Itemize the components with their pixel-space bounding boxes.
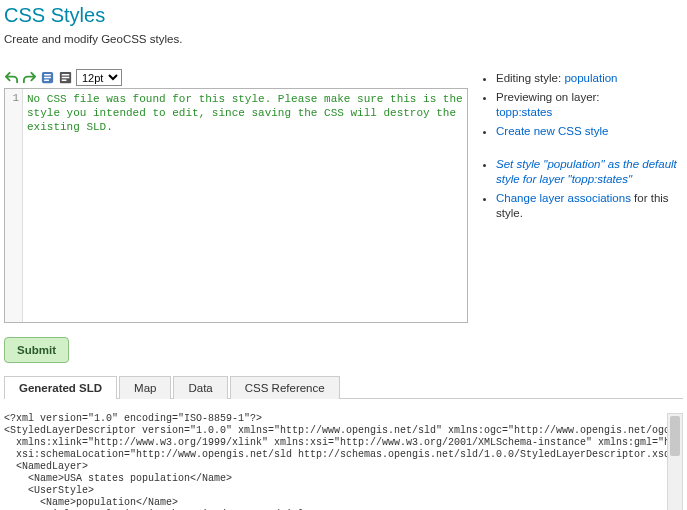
tab-css-reference[interactable]: CSS Reference bbox=[230, 376, 340, 399]
editing-style-label: Editing style: bbox=[496, 72, 564, 84]
set-default-style-link[interactable]: Set style "population" as the default st… bbox=[496, 158, 677, 185]
sld-scrollbar-thumb[interactable] bbox=[670, 416, 680, 456]
tab-generated-sld[interactable]: Generated SLD bbox=[4, 376, 117, 399]
sidebar-item-set-default: Set style "population" as the default st… bbox=[496, 157, 683, 187]
preview-label: Previewing on layer: bbox=[496, 91, 600, 103]
sidebar-item-preview: Previewing on layer: topp:states bbox=[496, 90, 683, 120]
tab-map[interactable]: Map bbox=[119, 376, 171, 399]
sld-scrollbar[interactable] bbox=[667, 413, 683, 510]
sidebar-item-change-assoc: Change layer associations for this style… bbox=[496, 191, 683, 221]
sidebar-item-editing: Editing style: population bbox=[496, 71, 683, 86]
reformat-icon[interactable] bbox=[58, 70, 73, 85]
preview-layer-link[interactable]: topp:states bbox=[496, 106, 552, 118]
change-layer-associations-link[interactable]: Change layer associations bbox=[496, 192, 631, 204]
generated-sld-output: <?xml version="1.0" encoding="ISO-8859-1… bbox=[4, 413, 683, 510]
tab-data[interactable]: Data bbox=[173, 376, 227, 399]
page-title: CSS Styles bbox=[4, 0, 683, 33]
editor-toolbar: 12pt bbox=[4, 69, 468, 86]
css-editor[interactable]: 1 No CSS file was found for this style. … bbox=[4, 88, 468, 323]
generated-sld-panel: <?xml version="1.0" encoding="ISO-8859-1… bbox=[4, 413, 683, 510]
editing-style-link[interactable]: population bbox=[564, 72, 617, 84]
result-tabs: Generated SLD Map Data CSS Reference bbox=[4, 375, 683, 399]
goto-line-icon[interactable] bbox=[40, 70, 55, 85]
actions-sidebar: Editing style: population Previewing on … bbox=[478, 69, 683, 363]
font-size-select[interactable]: 12pt bbox=[76, 69, 122, 86]
page-subtitle: Create and modify GeoCSS styles. bbox=[4, 33, 683, 45]
editor-gutter: 1 bbox=[5, 89, 23, 322]
submit-button[interactable]: Submit bbox=[4, 337, 69, 363]
create-new-css-link[interactable]: Create new CSS style bbox=[496, 125, 609, 137]
editor-content[interactable]: No CSS file was found for this style. Pl… bbox=[23, 89, 467, 322]
sidebar-item-create: Create new CSS style bbox=[496, 124, 683, 139]
undo-icon[interactable] bbox=[4, 70, 19, 85]
redo-icon[interactable] bbox=[22, 70, 37, 85]
